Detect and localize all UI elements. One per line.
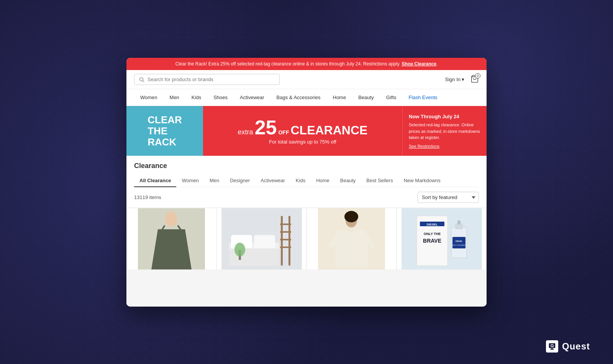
- nav-item-gifts[interactable]: Gifts: [380, 89, 403, 106]
- nav-item-beauty[interactable]: Beauty: [352, 89, 380, 106]
- svg-rect-36: [549, 343, 556, 348]
- banner-subtext: For total savings up to 75% off: [269, 139, 336, 145]
- tab-beauty[interactable]: Beauty: [335, 175, 361, 187]
- dress-image: [138, 208, 205, 269]
- bedding-image: [221, 208, 302, 269]
- announcement-text: Clear the Rack! Extra 25% off selected r…: [175, 61, 400, 67]
- banner-percent: 25: [255, 118, 277, 137]
- svg-point-0: [140, 78, 143, 81]
- banner-clearance-text: CLEARANCE: [290, 123, 367, 137]
- product-card-bedding[interactable]: [216, 208, 306, 270]
- product-grid: DIESEL ONLY THE BRAVE DIESEL ONLY THE BR…: [126, 208, 487, 270]
- product-card-sweater[interactable]: [306, 208, 397, 270]
- search-icon: [139, 77, 144, 82]
- chevron-down-icon: ▾: [462, 77, 464, 82]
- product-image-dress: [127, 208, 216, 269]
- shop-clearance-link[interactable]: Shop Clearance: [402, 61, 436, 67]
- header: Sign In ▾ 0: [126, 70, 487, 89]
- main-content: CLEAR THE RACK extra 25 OFF CLEARANCE Fo…: [126, 106, 487, 306]
- product-card-cologne[interactable]: DIESEL ONLY THE BRAVE DIESEL ONLY THE BR…: [397, 208, 487, 270]
- banner-middle: extra 25 OFF CLEARANCE For total savings…: [203, 106, 402, 156]
- svg-point-20: [234, 243, 245, 256]
- svg-rect-33: [452, 237, 465, 248]
- nav-item-bags[interactable]: Bags & Accessories: [270, 89, 327, 106]
- sign-in-button[interactable]: Sign In ▾: [445, 77, 464, 82]
- nav-item-activewear[interactable]: Activewear: [234, 89, 270, 106]
- clearance-section: Clearance All Clearance Women Men Design…: [126, 156, 487, 187]
- announcement-bar: Clear the Rack! Extra 25% off selected r…: [126, 58, 487, 70]
- banner-left: CLEAR THE RACK: [126, 106, 203, 156]
- clearance-tabs: All Clearance Women Men Designer Activew…: [134, 175, 479, 187]
- tab-home[interactable]: Home: [311, 175, 335, 187]
- tab-all-clearance[interactable]: All Clearance: [134, 175, 176, 187]
- nav-item-kids[interactable]: Kids: [185, 89, 207, 106]
- banner-extra-text: extra: [238, 128, 253, 136]
- tab-activewear[interactable]: Activewear: [255, 175, 290, 187]
- nav-item-home[interactable]: Home: [327, 89, 352, 106]
- banner-right: Now Through July 24 Selected red-tag cle…: [402, 106, 487, 156]
- quest-icon: [548, 343, 556, 350]
- svg-text:DIESEL: DIESEL: [455, 240, 462, 242]
- header-right: Sign In ▾ 0: [445, 75, 479, 85]
- svg-rect-14: [280, 246, 291, 248]
- search-bar[interactable]: [134, 74, 280, 85]
- svg-rect-11: [280, 224, 291, 225]
- quest-logo-text: Quest: [562, 341, 590, 352]
- cart-button[interactable]: 0: [470, 75, 479, 85]
- tab-kids[interactable]: Kids: [290, 175, 311, 187]
- promo-banner: CLEAR THE RACK extra 25 OFF CLEARANCE Fo…: [126, 106, 487, 156]
- nav-item-men[interactable]: Men: [164, 89, 185, 106]
- banner-right-title: Now Through July 24: [409, 114, 480, 119]
- tab-new-markdowns[interactable]: New Markdowns: [398, 175, 446, 187]
- nav-item-women[interactable]: Women: [134, 89, 164, 106]
- svg-rect-17: [254, 235, 275, 250]
- nav: Women Men Kids Shoes Activewear Bags & A…: [126, 89, 487, 106]
- svg-rect-13: [280, 239, 291, 240]
- svg-rect-12: [280, 231, 291, 233]
- banner-off-text: OFF: [278, 129, 289, 135]
- cologne-image: DIESEL ONLY THE BRAVE DIESEL ONLY THE BR…: [402, 208, 482, 269]
- svg-point-4: [165, 211, 177, 227]
- svg-marker-5: [151, 229, 192, 269]
- svg-rect-31: [455, 224, 463, 229]
- search-input[interactable]: [148, 77, 275, 82]
- banner-right-body: Selected red-tag clearance. Online price…: [409, 122, 480, 141]
- svg-rect-10: [288, 216, 290, 266]
- tab-men[interactable]: Men: [204, 175, 225, 187]
- banner-left-text: CLEAR THE RACK: [148, 114, 182, 147]
- tab-best-sellers[interactable]: Best Sellers: [361, 175, 398, 187]
- browser-window: Clear the Rack! Extra 25% off selected r…: [126, 58, 487, 307]
- product-card-dress[interactable]: [126, 208, 216, 270]
- svg-text:DIESEL: DIESEL: [426, 223, 438, 226]
- svg-rect-32: [457, 220, 461, 224]
- svg-text:BRAVE: BRAVE: [423, 238, 441, 244]
- svg-text:ONLY THE: ONLY THE: [423, 232, 441, 236]
- clearance-title: Clearance: [134, 162, 479, 170]
- sort-select[interactable]: Sort by featured Price: Low to High Pric…: [418, 192, 479, 203]
- sweater-image: [318, 208, 385, 269]
- nav-item-flash-events[interactable]: Flash Events: [402, 89, 443, 106]
- product-image-cologne: DIESEL ONLY THE BRAVE DIESEL ONLY THE BR…: [397, 208, 486, 269]
- svg-text:ONLY THE BRAVE: ONLY THE BRAVE: [452, 244, 465, 246]
- products-toolbar: 13119 items Sort by featured Price: Low …: [126, 187, 487, 208]
- svg-rect-9: [281, 216, 283, 266]
- items-count: 13119 items: [134, 194, 161, 200]
- cart-badge: 0: [475, 73, 480, 78]
- nav-item-shoes[interactable]: Shoes: [207, 89, 234, 106]
- product-image-sweater: [307, 208, 396, 269]
- see-restrictions-link[interactable]: See Restrictions: [409, 144, 480, 149]
- quest-logo: Quest: [546, 340, 590, 353]
- tab-designer[interactable]: Designer: [225, 175, 255, 187]
- svg-point-23: [344, 211, 358, 222]
- banner-headline: extra 25 OFF CLEARANCE: [238, 118, 368, 137]
- tab-women[interactable]: Women: [176, 175, 204, 187]
- product-image-bedding: [217, 208, 306, 269]
- quest-logo-icon: [546, 340, 558, 353]
- svg-line-1: [143, 80, 144, 82]
